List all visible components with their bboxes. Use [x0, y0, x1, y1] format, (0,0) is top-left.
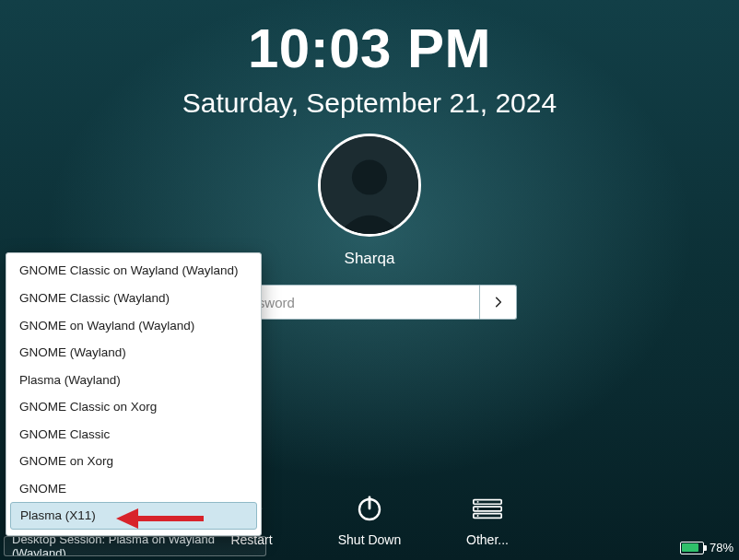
session-menu-item[interactable]: GNOME on Wayland (Wayland) [6, 312, 261, 340]
session-menu-item-selected[interactable]: Plasma (X11) [10, 502, 257, 530]
shutdown-button[interactable]: Shut Down [333, 492, 406, 547]
session-menu-item[interactable]: GNOME Classic on Wayland (Wayland) [6, 257, 261, 285]
other-label: Other... [466, 532, 509, 547]
clock-area: 10:03 PM Saturday, September 21, 2024 [0, 0, 739, 119]
battery-indicator[interactable]: 78% [680, 541, 733, 554]
session-menu-item[interactable]: GNOME [6, 475, 261, 503]
session-menu[interactable]: GNOME Classic on Wayland (Wayland)GNOME … [6, 252, 262, 536]
session-selector-button[interactable]: Desktop Session: Plasma on Wayland (Wayl… [4, 536, 266, 556]
svg-point-7 [477, 501, 479, 503]
battery-icon [680, 542, 704, 554]
shutdown-label: Shut Down [338, 532, 401, 547]
session-selector-label: Desktop Session: Plasma on Wayland (Wayl… [12, 536, 258, 556]
session-menu-item[interactable]: GNOME (Wayland) [6, 339, 261, 367]
list-icon [471, 492, 504, 525]
battery-percent: 78% [710, 541, 733, 554]
chevron-right-icon [492, 296, 505, 309]
svg-point-9 [477, 515, 479, 517]
session-menu-item[interactable]: GNOME Classic on Xorg [6, 393, 261, 421]
session-menu-item[interactable]: Plasma (Wayland) [6, 367, 261, 394]
svg-point-1 [352, 159, 387, 194]
clock-time: 10:03 PM [0, 17, 739, 80]
session-menu-item[interactable]: GNOME Classic (Wayland) [6, 285, 261, 312]
user-avatar-icon [321, 136, 418, 234]
user-name: Sharqa [345, 250, 395, 268]
password-row [222, 285, 517, 320]
session-menu-item[interactable]: GNOME on Xorg [6, 448, 261, 475]
svg-point-8 [477, 508, 479, 510]
login-button[interactable] [480, 285, 517, 320]
session-menu-item[interactable]: GNOME Classic [6, 421, 261, 449]
other-button[interactable]: Other... [451, 492, 524, 547]
clock-date: Saturday, September 21, 2024 [0, 88, 739, 119]
power-icon [353, 492, 386, 525]
user-avatar[interactable] [318, 134, 421, 237]
